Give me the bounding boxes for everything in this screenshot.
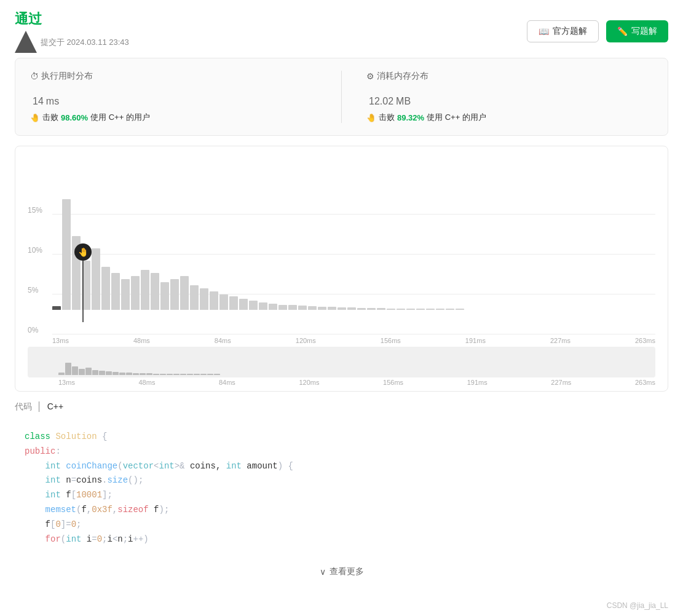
mini-x-84: 84ms <box>219 379 235 386</box>
pass-text: 通过 <box>15 10 42 28</box>
mini-bar-6 <box>99 371 105 375</box>
mini-x-120: 120ms <box>299 379 319 386</box>
bar-10 <box>151 273 159 310</box>
official-solution-label: 官方题解 <box>553 26 587 37</box>
clock-icon: ⏱ <box>30 71 39 81</box>
chart-minimap <box>28 347 655 377</box>
bar-13 <box>180 276 189 310</box>
bar-11 <box>160 282 169 310</box>
bar-16 <box>210 291 218 310</box>
submit-time: 提交于 2024.03.11 23:43 <box>41 37 129 48</box>
bar-35 <box>397 309 405 310</box>
mini-bar-0 <box>58 373 65 375</box>
bar-14 <box>190 285 199 310</box>
mini-x-156: 156ms <box>383 379 403 386</box>
code-section: 代码 │ C++ class Solution { public: int co… <box>15 401 668 556</box>
mini-x-263: 263ms <box>635 379 655 386</box>
mem-beat: 🤚 击败 89.32% 使用 C++ 的用户 <box>366 112 653 123</box>
code-line-6: memset(f,0x3f,sizeof f); <box>15 503 668 518</box>
time-value: 14ms <box>30 87 317 109</box>
bar-32 <box>367 308 376 310</box>
bar-15 <box>200 288 208 310</box>
bar-38 <box>426 309 435 310</box>
bar-41 <box>456 309 464 310</box>
mem-stat-block: ⚙ 消耗内存分布 12.02MB 🤚 击败 89.32% 使用 C++ 的用户 <box>366 71 653 123</box>
mini-x-13: 13ms <box>58 379 75 386</box>
code-line-5: int f[10001]; <box>15 488 668 503</box>
mini-bar-11 <box>133 373 139 375</box>
bar-12 <box>170 279 179 310</box>
mini-bar-18 <box>180 374 186 375</box>
bar-17 <box>219 294 228 310</box>
bar-7 <box>121 279 130 310</box>
stats-card: ⏱ 执行用时分布 14ms 🤚 🤚 击败 击败 98.60% 使用 C++ 的用… <box>15 58 668 136</box>
mini-bar-21 <box>200 374 207 375</box>
bar-26 <box>308 306 317 310</box>
mini-x-191: 191ms <box>467 379 488 386</box>
code-line-4: int n=coins.size(); <box>15 473 668 488</box>
bar-18 <box>229 296 238 310</box>
see-more[interactable]: ∨ 查看更多 <box>0 556 683 587</box>
bar-37 <box>416 309 425 310</box>
mini-bar-1 <box>65 363 71 375</box>
mini-bar-10 <box>126 373 132 375</box>
book-icon: 📖 <box>539 26 549 36</box>
x-label-263: 263ms <box>635 337 655 344</box>
bar-1 <box>62 199 71 310</box>
grid-line-0 <box>52 334 655 334</box>
avatar <box>15 31 37 53</box>
x-label-156: 156ms <box>381 337 401 344</box>
bar-23 <box>278 305 287 310</box>
write-solution-button[interactable]: ✏️ 写题解 <box>606 20 668 42</box>
mini-bar-13 <box>146 373 152 375</box>
memory-icon: ⚙ <box>366 71 374 81</box>
code-line-3: int coinChange(vector<int>& coins, int a… <box>15 459 668 474</box>
mini-bar-22 <box>207 374 213 375</box>
mini-bar-7 <box>106 371 112 375</box>
mini-bar-12 <box>140 373 146 375</box>
top-bar: 通过 提交于 2024.03.11 23:43 📖 官方题解 ✏️ 写题解 <box>0 0 683 58</box>
code-block: class Solution { public: int coinChange(… <box>15 420 668 556</box>
stats-row: ⏱ 执行用时分布 14ms 🤚 🤚 击败 击败 98.60% 使用 C++ 的用… <box>30 71 653 123</box>
chart-x-labels: 13ms 48ms 84ms 120ms 156ms 191ms 227ms 2… <box>28 337 655 344</box>
code-line-2: public: <box>15 444 668 459</box>
code-line-7: f[0]=0; <box>15 518 668 532</box>
code-header: 代码 │ C++ <box>15 401 668 413</box>
bar-22 <box>269 304 277 310</box>
bar-29 <box>338 307 346 310</box>
chart-area: 15% 10% 5% 0% <box>15 146 668 392</box>
code-label: 代码 <box>15 401 32 413</box>
write-solution-label: 写题解 <box>631 26 657 37</box>
bar-0 <box>52 306 61 310</box>
bar-33 <box>377 308 385 310</box>
watermark: CSDN @jia_jia_LL <box>607 601 668 610</box>
mini-bar-2 <box>72 366 78 375</box>
x-label-13: 13ms <box>52 337 69 344</box>
bar-36 <box>406 309 415 310</box>
pass-label: 通过 <box>15 10 129 28</box>
bar-19 <box>239 299 248 310</box>
mini-bar-16 <box>167 374 173 375</box>
chart-tooltip: 🤚 <box>74 243 92 261</box>
mem-value: 12.02MB <box>366 87 653 109</box>
official-solution-button[interactable]: 📖 官方题解 <box>527 20 599 42</box>
top-left: 通过 提交于 2024.03.11 23:43 <box>15 10 129 53</box>
top-buttons: 📖 官方题解 ✏️ 写题解 <box>527 20 668 42</box>
mini-bar-14 <box>153 374 159 375</box>
see-more-label: 查看更多 <box>330 566 364 577</box>
edit-icon: ✏️ <box>617 26 628 36</box>
y-label-0: 0% <box>28 326 38 334</box>
mini-bar-3 <box>79 369 85 375</box>
bar-39 <box>436 309 444 310</box>
bar-28 <box>328 307 336 310</box>
mini-bar-5 <box>92 370 98 375</box>
bar-27 <box>318 307 326 310</box>
bar-8 <box>131 276 140 310</box>
mini-bar-9 <box>119 373 125 375</box>
code-divider: │ <box>37 401 42 413</box>
x-label-120: 120ms <box>296 337 316 344</box>
minimap-x-labels: 13ms 48ms 84ms 120ms 156ms 191ms 227ms 2… <box>28 379 655 386</box>
bar-24 <box>288 305 297 310</box>
bar-20 <box>249 301 258 310</box>
bar-21 <box>259 302 267 310</box>
